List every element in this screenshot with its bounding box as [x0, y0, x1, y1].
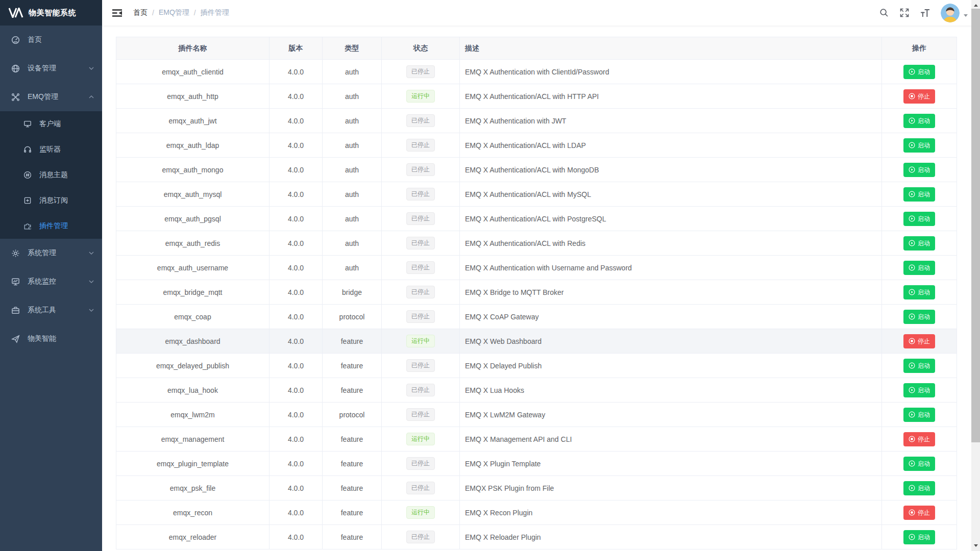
sidebar-item-plugins[interactable]: 插件管理 — [0, 213, 102, 239]
table-row: emqx_bridge_mqtt4.0.0bridge已停止EMQ X Brid… — [116, 280, 957, 305]
plugin-version-cell: 4.0.0 — [270, 84, 323, 109]
stop-plugin-button[interactable]: 停止 — [903, 506, 935, 520]
sidebar-item-label: 系统管理 — [28, 248, 89, 258]
start-plugin-button[interactable]: 启动 — [903, 530, 935, 544]
start-plugin-button[interactable]: 启动 — [903, 138, 935, 153]
table-row: emqx_reloader4.0.0feature已停止EMQ X Reload… — [116, 525, 957, 549]
plugin-action-cell: 启动 — [882, 256, 957, 280]
plugin-action-cell: 启动 — [882, 525, 957, 549]
breadcrumb-home[interactable]: 首页 — [133, 8, 148, 17]
table-row: emqx_auth_ldap4.0.0auth已停止EMQ X Authenti… — [116, 133, 957, 158]
plugin-status-cell: 已停止 — [382, 133, 460, 158]
plugin-name-cell: emqx_auth_ldap — [116, 133, 270, 158]
plugin-desc-cell: EMQ X Authentication/ACL with MongoDB — [460, 158, 882, 182]
start-plugin-button[interactable]: 启动 — [903, 236, 935, 251]
sidebar-item-emq[interactable]: EMQ管理 — [0, 83, 102, 111]
stop-plugin-button[interactable]: 停止 — [903, 334, 935, 348]
stop-plugin-button[interactable]: 停止 — [903, 432, 935, 446]
plugin-version-cell: 4.0.0 — [270, 207, 323, 231]
plugin-type-cell: auth — [323, 207, 382, 231]
plugin-type-cell: feature — [323, 525, 382, 549]
font-size-icon[interactable] — [919, 6, 930, 19]
plugin-desc-cell: EMQ X Authentication with Username and P… — [460, 256, 882, 280]
start-plugin-button[interactable]: 启动 — [903, 65, 935, 79]
listener-headset-icon — [23, 145, 32, 154]
plugin-desc-cell: EMQ X Plugin Template — [460, 452, 882, 476]
plugin-version-cell: 4.0.0 — [270, 427, 323, 452]
plugin-name-cell: emqx_delayed_publish — [116, 354, 270, 378]
col-header-status: 状态 — [382, 37, 460, 60]
plugin-status-cell: 已停止 — [382, 476, 460, 500]
plugin-name-cell: emqx_auth_username — [116, 256, 270, 280]
main-area: 首页 / EMQ管理 / 插件管理 — [102, 0, 980, 551]
start-plugin-button[interactable]: 启动 — [903, 187, 935, 202]
col-header-type: 类型 — [323, 37, 382, 60]
dashboard-icon — [11, 36, 20, 44]
status-badge: 已停止 — [406, 286, 435, 298]
sidebar-item-label: 首页 — [28, 35, 95, 44]
plugin-type-cell: feature — [323, 329, 382, 354]
start-plugin-button[interactable]: 启动 — [903, 285, 935, 299]
logo-bar: 物美智能系统 — [0, 0, 102, 26]
sidebar-item-home[interactable]: 首页 — [0, 26, 102, 54]
collapse-sidebar-button[interactable] — [110, 5, 125, 20]
plugin-action-cell: 启动 — [882, 158, 957, 182]
gear-icon — [11, 249, 20, 258]
user-menu[interactable] — [941, 4, 968, 22]
plugin-desc-cell: EMQ X Authentication/ACL with MySQL — [460, 182, 882, 207]
start-plugin-button[interactable]: 启动 — [903, 408, 935, 422]
col-header-actions: 操作 — [882, 37, 957, 60]
app-logo-icon — [8, 8, 23, 18]
plugin-version-cell: 4.0.0 — [270, 305, 323, 329]
sidebar-item-wumei-site[interactable]: 物美智能 — [0, 324, 102, 353]
sidebar-item-subscriptions[interactable]: 消息订阅 — [0, 188, 102, 213]
start-plugin-button[interactable]: 启动 — [903, 163, 935, 177]
table-row: emqx_dashboard4.0.0feature运行中EMQ X Web D… — [116, 329, 957, 354]
plugin-name-cell: emqx_auth_mysql — [116, 182, 270, 207]
scrollbar-down-arrow[interactable] — [971, 542, 980, 551]
devices-icon — [11, 64, 20, 73]
app-root: 物美智能系统 首页 设备管理 — [0, 0, 980, 551]
sidebar-item-listeners[interactable]: 监听器 — [0, 137, 102, 162]
plugin-action-cell: 停止 — [882, 329, 957, 354]
status-badge: 已停止 — [406, 531, 435, 543]
plugin-name-cell: emqx_coap — [116, 305, 270, 329]
start-plugin-button[interactable]: 启动 — [903, 457, 935, 471]
monitor-chart-icon — [11, 278, 20, 286]
sidebar-menu: 首页 设备管理 — [0, 26, 102, 353]
fullscreen-icon[interactable] — [899, 6, 910, 19]
plugin-table: 插件名称 版本 类型 状态 描述 操作 emqx_auth_clientid4.… — [116, 37, 957, 549]
plugin-action-cell: 停止 — [882, 500, 957, 525]
start-plugin-button[interactable]: 启动 — [903, 212, 935, 226]
plugin-version-cell: 4.0.0 — [270, 280, 323, 305]
start-plugin-button[interactable]: 启动 — [903, 114, 935, 128]
sidebar-item-label: EMQ管理 — [28, 92, 89, 102]
sidebar-item-clients[interactable]: 客户端 — [0, 111, 102, 137]
sidebar-item-topics[interactable]: 消息主题 — [0, 162, 102, 188]
start-plugin-button[interactable]: 启动 — [903, 359, 935, 373]
table-row: emqx_auth_clientid4.0.0auth已停止EMQ X Auth… — [116, 60, 957, 84]
plugin-type-cell: auth — [323, 84, 382, 109]
scrollbar-up-arrow[interactable] — [971, 0, 980, 9]
scrollbar-thumb[interactable] — [971, 9, 980, 442]
start-plugin-button[interactable]: 启动 — [903, 261, 935, 275]
status-badge: 已停止 — [406, 65, 435, 78]
search-icon[interactable] — [878, 6, 890, 19]
sidebar-item-system-monitor[interactable]: 系统监控 — [0, 267, 102, 296]
col-header-description: 描述 — [460, 37, 882, 60]
sidebar-item-system-tools[interactable]: 系统工具 — [0, 296, 102, 324]
plugin-puzzle-icon — [23, 222, 32, 231]
stop-plugin-button[interactable]: 停止 — [903, 89, 935, 104]
plugin-desc-cell: EMQ X Management API and CLI — [460, 427, 882, 452]
plugin-status-cell: 已停止 — [382, 158, 460, 182]
sidebar-item-system-admin[interactable]: 系统管理 — [0, 239, 102, 267]
plugin-status-cell: 已停止 — [382, 403, 460, 427]
start-plugin-button[interactable]: 启动 — [903, 310, 935, 324]
sidebar-item-devices[interactable]: 设备管理 — [0, 54, 102, 83]
status-badge: 已停止 — [406, 114, 435, 127]
emq-submenu: 客户端 监听器 — [0, 111, 102, 239]
start-plugin-button[interactable]: 启动 — [903, 481, 935, 495]
start-plugin-button[interactable]: 启动 — [903, 383, 935, 397]
plugin-status-cell: 已停止 — [382, 452, 460, 476]
table-row: emqx_coap4.0.0protocol已停止EMQ X CoAP Gate… — [116, 305, 957, 329]
